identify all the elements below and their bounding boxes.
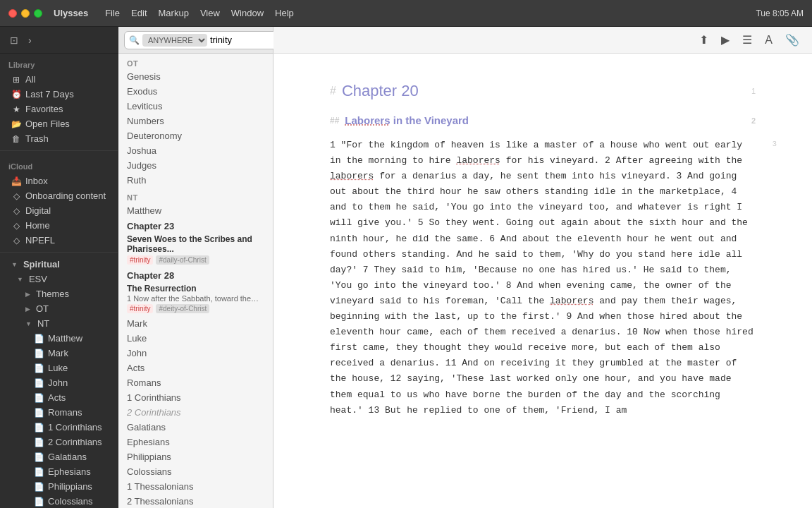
search-book-leviticus[interactable]: Leviticus bbox=[118, 99, 273, 114]
sidebar-item-romans[interactable]: 📄 Romans bbox=[3, 405, 115, 420]
diamond2-icon: ◇ bbox=[11, 206, 21, 216]
search-book-2corinthians[interactable]: 2 Corinthians bbox=[118, 405, 273, 420]
menu-help[interactable]: Help bbox=[275, 8, 294, 18]
sidebar-item-ot-label: OT bbox=[36, 303, 49, 314]
sidebar-item-onboarding[interactable]: ◇ Onboarding content bbox=[3, 188, 115, 203]
search-book-1thessalonians[interactable]: 1 Thessalonians bbox=[118, 479, 273, 494]
sidebar-item-npefl[interactable]: ◇ NPEFL bbox=[3, 233, 115, 248]
main-layout: ⊡ › Library ⊞ All ⏰ Last 7 Days ★ Favori… bbox=[0, 27, 812, 508]
search-book-exodus[interactable]: Exodus bbox=[118, 84, 273, 99]
sidebar-item-open-files[interactable]: 📂 Open Files bbox=[3, 116, 115, 131]
laborers-word-2: laborers bbox=[330, 171, 374, 181]
sidebar-item-galatians[interactable]: 📄 Galatians bbox=[3, 449, 115, 464]
search-book-luke[interactable]: Luke bbox=[118, 331, 273, 346]
sidebar-item-themes[interactable]: ▶ Themes bbox=[3, 286, 115, 301]
sidebar-item-favorites[interactable]: ★ Favorites bbox=[3, 102, 115, 116]
search-book-mark[interactable]: Mark bbox=[118, 316, 273, 331]
menu-markup[interactable]: Markup bbox=[159, 8, 189, 18]
search-book-genesis[interactable]: Genesis bbox=[118, 69, 273, 84]
search-book-deuteronomy[interactable]: Deuteronomy bbox=[118, 128, 273, 143]
search-chapter-23[interactable]: Chapter 23 bbox=[118, 218, 273, 231]
sidebar-item-npefl-label: NPEFL bbox=[25, 235, 55, 246]
sidebar-item-open-files-label: Open Files bbox=[25, 119, 70, 129]
sidebar-item-mark[interactable]: 📄 Mark bbox=[3, 346, 115, 361]
doc10-icon: 📄 bbox=[34, 467, 44, 477]
sidebar-expand-button[interactable]: › bbox=[25, 32, 35, 49]
laborers-word-1: laborers bbox=[456, 155, 500, 166]
chapter-hash: # bbox=[330, 85, 336, 97]
doc11-icon: 📄 bbox=[34, 482, 44, 492]
sidebar-item-1corinthians[interactable]: 📄 1 Corinthians bbox=[3, 420, 115, 435]
result1-tags: #trinity #daily-of-Christ bbox=[127, 255, 264, 265]
result2-title: The Resurrection bbox=[127, 284, 264, 294]
chapter28-title: Chapter 28 bbox=[127, 270, 264, 281]
sidebar-item-nt-label: NT bbox=[37, 318, 49, 329]
close-button[interactable] bbox=[8, 9, 17, 18]
sidebar-item-all[interactable]: ⊞ All bbox=[3, 72, 115, 87]
maximize-button[interactable] bbox=[34, 9, 42, 18]
sidebar-item-2corinthians[interactable]: 📄 2 Corinthians bbox=[3, 435, 115, 449]
spiritual-expand-icon: ▼ bbox=[11, 261, 18, 268]
themes-expand-icon: ▶ bbox=[25, 291, 30, 298]
sidebar-item-acts[interactable]: 📄 Acts bbox=[3, 390, 115, 405]
laborers-word-3: laborers bbox=[550, 296, 593, 306]
search-book-ruth[interactable]: Ruth bbox=[118, 173, 273, 188]
search-book-philippians[interactable]: Philippians bbox=[118, 449, 273, 464]
editor-content[interactable]: # Chapter 20 1 ## Laborers in the Vineya… bbox=[273, 54, 812, 508]
search-book-ephesians-result[interactable]: Ephesians bbox=[118, 435, 273, 449]
result1-tag1: #trinity bbox=[127, 255, 153, 265]
sidebar-item-home-label: Home bbox=[25, 220, 50, 231]
sidebar-item-home[interactable]: ◇ Home bbox=[3, 218, 115, 233]
sidebar-item-trash[interactable]: 🗑 Trash bbox=[3, 131, 115, 146]
share-button[interactable]: ⬆ bbox=[695, 30, 713, 49]
section-title: Laborers in the Vineyard bbox=[345, 114, 469, 126]
search-result-seven-woes[interactable]: Seven Woes to the Scribes and Pharisees.… bbox=[118, 231, 273, 267]
preview-button[interactable]: ▶ bbox=[717, 30, 734, 49]
sidebar-item-nt[interactable]: ▼ NT bbox=[3, 316, 115, 331]
search-result-resurrection[interactable]: The Resurrection 1 Now after the Sabbath… bbox=[118, 281, 273, 316]
sidebar-item-last7-label: Last 7 Days bbox=[25, 89, 74, 99]
search-scope-select[interactable]: ANYWHERE bbox=[142, 34, 207, 47]
sidebar-item-esv[interactable]: ▼ ESV bbox=[3, 272, 115, 286]
sidebar-toolbar: ⊡ › bbox=[0, 27, 118, 54]
search-book-numbers[interactable]: Numbers bbox=[118, 114, 273, 128]
result2-tag2: #deity-of-Christ bbox=[156, 304, 209, 313]
minimize-button[interactable] bbox=[21, 9, 30, 18]
menu-file[interactable]: File bbox=[105, 8, 120, 18]
attach-button[interactable]: 📎 bbox=[781, 30, 804, 49]
editor-panel: ⬆ ▶ ☰ A 📎 # Chapter 20 1 ## Laborers in … bbox=[273, 27, 812, 508]
menu-edit[interactable]: Edit bbox=[131, 8, 147, 18]
sidebar-item-spiritual[interactable]: ▼ Spiritual bbox=[3, 257, 115, 272]
bible-text[interactable]: 3 1 "For the kingdom of heaven is like a… bbox=[330, 138, 756, 418]
search-book-1corinthians[interactable]: 1 Corinthians bbox=[118, 390, 273, 405]
search-chapter-28[interactable]: Chapter 28 bbox=[118, 267, 273, 281]
sidebar-item-ot[interactable]: ▶ OT bbox=[3, 301, 115, 316]
format-button[interactable]: A bbox=[761, 31, 777, 49]
menu-window[interactable]: Window bbox=[231, 8, 264, 18]
sidebar-item-inbox[interactable]: 📥 Inbox bbox=[3, 174, 115, 188]
sidebar-item-ephesians[interactable]: 📄 Ephesians bbox=[3, 464, 115, 479]
sidebar-item-luke[interactable]: 📄 Luke bbox=[3, 361, 115, 375]
sidebar-item-last7[interactable]: ⏰ Last 7 Days bbox=[3, 87, 115, 102]
search-book-acts[interactable]: Acts bbox=[118, 361, 273, 375]
esv-expand-icon: ▼ bbox=[17, 276, 23, 283]
search-book-2thessalonians[interactable]: 2 Thessalonians bbox=[118, 494, 273, 508]
sidebar-item-philippians[interactable]: 📄 Philippians bbox=[3, 479, 115, 494]
list-button[interactable]: ☰ bbox=[738, 30, 756, 49]
result1-tag2: #daily-of-Christ bbox=[156, 255, 209, 265]
search-book-romans[interactable]: Romans bbox=[118, 375, 273, 390]
search-book-judges[interactable]: Judges bbox=[118, 158, 273, 173]
search-icon: 🔍 bbox=[129, 35, 140, 45]
sidebar-item-digital[interactable]: ◇ Digital bbox=[3, 203, 115, 218]
menu-view[interactable]: View bbox=[200, 8, 220, 18]
sidebar-collapse-button[interactable]: ⊡ bbox=[7, 32, 21, 49]
search-book-colossians[interactable]: Colossians bbox=[118, 464, 273, 479]
search-book-matthew[interactable]: Matthew bbox=[118, 203, 273, 218]
search-book-joshua[interactable]: Joshua bbox=[118, 143, 273, 158]
search-book-john[interactable]: John bbox=[118, 346, 273, 361]
sidebar-item-inbox-label: Inbox bbox=[25, 176, 48, 186]
sidebar-item-matthew[interactable]: 📄 Matthew bbox=[3, 331, 115, 346]
sidebar-item-colossians[interactable]: 📄 Colossians bbox=[3, 494, 115, 508]
sidebar-item-john[interactable]: 📄 John bbox=[3, 375, 115, 390]
search-book-galatians[interactable]: Galatians bbox=[118, 420, 273, 435]
